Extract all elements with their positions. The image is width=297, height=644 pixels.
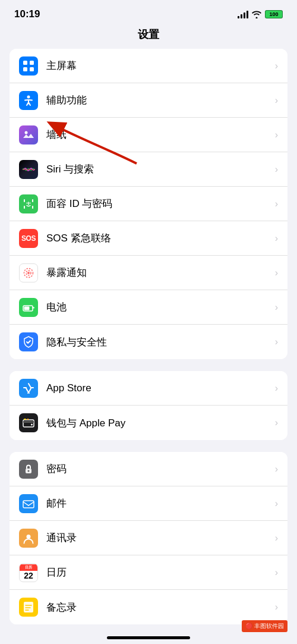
accessibility-icon xyxy=(19,91,38,110)
svg-point-11 xyxy=(27,272,30,274)
settings-item-contacts[interactable]: 通讯录 › xyxy=(10,521,287,555)
svg-point-5 xyxy=(27,95,30,98)
appstore-icon xyxy=(19,379,38,398)
svg-rect-14 xyxy=(23,420,34,427)
watermark-badge: 🔴 丰图软件园 xyxy=(242,620,287,632)
status-time: 10:19 xyxy=(14,8,40,20)
passwords-chevron: › xyxy=(275,464,278,475)
battery-indicator: 100 xyxy=(265,10,283,18)
wallet-label: 钱包与 Apple Pay xyxy=(46,416,275,430)
page-title: 设置 xyxy=(0,25,297,49)
settings-item-wallpaper[interactable]: 墙纸 › xyxy=(10,118,287,152)
svg-rect-2 xyxy=(30,61,34,65)
settings-item-appstore[interactable]: App Store › xyxy=(10,371,287,406)
contacts-label: 通讯录 xyxy=(46,531,275,545)
svg-point-8 xyxy=(30,202,31,203)
privacy-icon xyxy=(19,332,38,351)
settings-item-calendar[interactable]: 日历 22 日历 › xyxy=(10,555,287,590)
svg-point-7 xyxy=(27,202,28,203)
passwords-label: 密码 xyxy=(46,462,275,476)
mail-chevron: › xyxy=(275,498,278,509)
notes-label: 备忘录 xyxy=(46,601,275,614)
siri-icon xyxy=(19,160,38,179)
settings-item-privacy[interactable]: 隐私与安全性 › xyxy=(10,325,287,359)
settings-item-wallet[interactable]: 钱包与 Apple Pay › xyxy=(10,406,287,440)
wallet-chevron: › xyxy=(275,417,278,428)
battery-chevron: › xyxy=(275,302,278,313)
battery-icon xyxy=(19,298,38,317)
calendar-label: 日历 xyxy=(46,566,275,579)
battery-label: 电池 xyxy=(46,300,275,314)
settings-item-notes[interactable]: 备忘录 › xyxy=(10,590,287,624)
home-screen-icon xyxy=(19,56,38,76)
privacy-label: 隐私与安全性 xyxy=(46,335,275,349)
svg-rect-13 xyxy=(24,306,30,310)
settings-item-accessibility[interactable]: 辅助功能 › xyxy=(10,83,287,118)
settings-group-3: 密码 › 邮件 › 通讯录 › 日历 22 日历 › xyxy=(10,452,287,624)
home-screen-label: 主屏幕 xyxy=(46,59,275,73)
watermark-text: 🔴 丰图软件园 xyxy=(245,623,284,629)
wallpaper-icon xyxy=(19,125,38,144)
contacts-icon xyxy=(19,529,38,548)
faceid-label: 面容 ID 与密码 xyxy=(46,197,275,211)
calendar-icon: 日历 22 xyxy=(19,563,38,582)
wallet-icon xyxy=(19,413,38,432)
battery-percent: 100 xyxy=(269,11,278,17)
accessibility-label: 辅助功能 xyxy=(46,93,275,107)
svg-rect-23 xyxy=(24,602,33,612)
sos-chevron: › xyxy=(275,233,278,244)
notes-chevron: › xyxy=(275,602,278,612)
mail-icon xyxy=(19,494,38,513)
accessibility-chevron: › xyxy=(275,95,278,106)
appstore-label: App Store xyxy=(46,382,275,394)
exposure-chevron: › xyxy=(275,268,278,278)
svg-point-20 xyxy=(28,470,30,472)
settings-item-faceid[interactable]: 面容 ID 与密码 › xyxy=(10,187,287,221)
privacy-chevron: › xyxy=(275,337,278,347)
svg-point-22 xyxy=(27,535,31,539)
svg-point-16 xyxy=(31,424,33,426)
svg-point-6 xyxy=(25,131,28,134)
contacts-chevron: › xyxy=(275,533,278,544)
faceid-icon xyxy=(19,194,38,213)
wifi-icon xyxy=(252,11,261,18)
siri-label: Siri 与搜索 xyxy=(46,162,275,176)
password-icon xyxy=(19,460,38,479)
notes-icon xyxy=(19,598,38,617)
mail-label: 邮件 xyxy=(46,497,275,510)
settings-item-exposure[interactable]: 暴露通知 › xyxy=(10,256,287,290)
calendar-chevron: › xyxy=(275,567,278,578)
settings-group-2: App Store › 钱包与 Apple Pay › xyxy=(10,371,287,440)
svg-rect-21 xyxy=(23,501,34,508)
faceid-chevron: › xyxy=(275,199,278,209)
exposure-label: 暴露通知 xyxy=(46,266,275,279)
svg-rect-18 xyxy=(27,419,29,420)
status-bar: 10:19 100 xyxy=(0,0,297,25)
signal-icon xyxy=(238,10,248,18)
svg-rect-15 xyxy=(23,421,34,423)
settings-item-home-screen[interactable]: 主屏幕 › xyxy=(10,49,287,83)
wallpaper-label: 墙纸 xyxy=(46,128,275,142)
settings-item-sos[interactable]: SOS SOS 紧急联络 › xyxy=(10,221,287,256)
settings-item-battery[interactable]: 电池 › xyxy=(10,290,287,325)
settings-group-1: 主屏幕 › 辅助功能 › 墙纸 › xyxy=(10,49,287,359)
settings-item-mail[interactable]: 邮件 › xyxy=(10,486,287,521)
svg-rect-3 xyxy=(23,67,27,71)
settings-item-passwords[interactable]: 密码 › xyxy=(10,452,287,486)
svg-rect-17 xyxy=(24,419,26,420)
appstore-chevron: › xyxy=(275,383,278,394)
status-icons: 100 xyxy=(238,10,283,18)
siri-chevron: › xyxy=(275,164,278,175)
exposure-icon xyxy=(19,263,38,282)
svg-rect-4 xyxy=(30,67,34,71)
home-screen-chevron: › xyxy=(275,61,278,71)
sos-label: SOS 紧急联络 xyxy=(46,231,275,245)
svg-rect-1 xyxy=(23,61,27,65)
wallpaper-chevron: › xyxy=(275,130,278,140)
home-indicator xyxy=(107,636,190,639)
settings-item-siri[interactable]: Siri 与搜索 › xyxy=(10,152,287,187)
sos-icon: SOS xyxy=(19,229,38,248)
